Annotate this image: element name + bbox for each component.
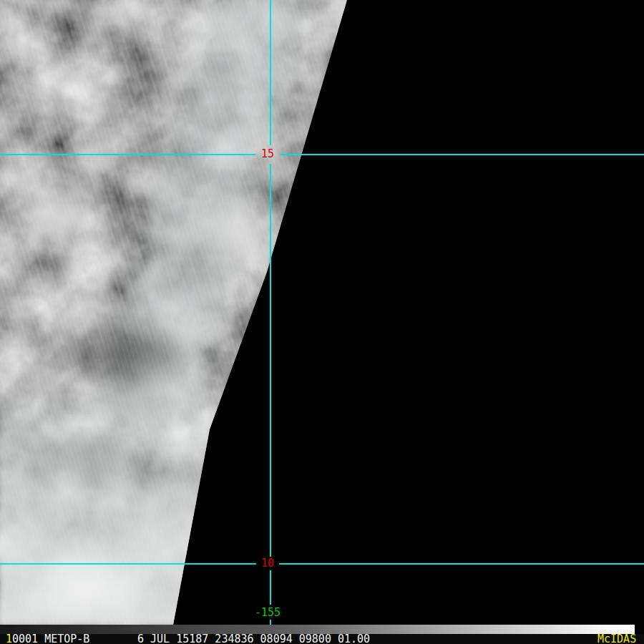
latitude-line-10-left-segment — [0, 563, 256, 565]
latitude-line-15-right-segment — [280, 154, 644, 155]
longitude-label-155: -155 — [255, 608, 280, 618]
image-viewport[interactable] — [0, 0, 644, 625]
mcidas-window: 15 10 -155 1 0001 METOP-B 6 JUL 15187 23… — [0, 0, 644, 644]
longitude-line-155-segment-2 — [270, 164, 271, 557]
satellite-image-swath — [0, 0, 644, 625]
longitude-line-155-segment-1 — [270, 0, 271, 145]
frame-number: 1 — [6, 634, 12, 644]
image-label: 0001 METOP-B — [12, 634, 89, 644]
status-bar: 1 0001 METOP-B 6 JUL 15187 234836 08094 … — [0, 634, 644, 644]
latitude-label-10: 10 — [261, 558, 274, 569]
latitude-line-15-left-segment — [0, 154, 255, 155]
image-datetime-info: 6 JUL 15187 234836 08094 09800 01.00 — [137, 634, 370, 644]
latitude-line-10-right-segment — [279, 563, 644, 565]
latitude-label-15: 15 — [261, 149, 274, 160]
mcidas-logo-text: McIDAS — [597, 634, 636, 644]
longitude-line-155-segment-3 — [270, 570, 271, 605]
cloud-texture — [0, 0, 644, 625]
